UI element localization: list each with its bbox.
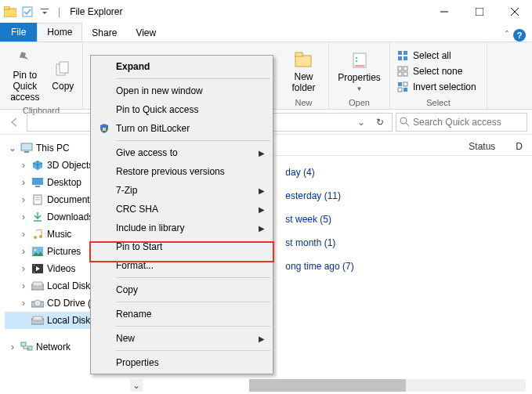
chevron-right-icon[interactable]: › xyxy=(19,229,28,240)
nav-scroll-down[interactable]: ⌄ xyxy=(130,379,143,392)
tab-share[interactable]: Share xyxy=(82,24,126,42)
svg-point-27 xyxy=(400,117,407,124)
menu-properties[interactable]: Properties xyxy=(92,353,271,372)
menu-restore-versions[interactable]: Restore previous versions xyxy=(92,162,271,181)
drive-icon xyxy=(31,313,45,327)
svg-rect-10 xyxy=(295,56,311,67)
svg-rect-29 xyxy=(21,143,32,150)
chevron-right-icon[interactable]: › xyxy=(8,342,17,352)
downloads-icon xyxy=(31,210,45,224)
svg-line-28 xyxy=(406,123,409,126)
menu-new[interactable]: New▶ xyxy=(92,329,271,348)
svg-point-40 xyxy=(34,249,37,251)
chevron-right-icon[interactable]: › xyxy=(19,298,28,309)
svg-rect-23 xyxy=(398,82,402,86)
tab-file[interactable]: File xyxy=(0,23,37,42)
horizontal-scrollbar[interactable] xyxy=(249,379,526,392)
app-icon xyxy=(3,5,17,19)
objects3d-icon xyxy=(31,158,45,172)
header-date[interactable]: D xyxy=(516,141,532,152)
qat-dropdown-icon[interactable] xyxy=(38,5,52,19)
invert-selection-icon xyxy=(396,81,409,93)
menu-expand[interactable]: Expand xyxy=(92,57,271,76)
menu-format[interactable]: Format... xyxy=(92,256,271,275)
tab-view[interactable]: View xyxy=(126,24,165,42)
back-button[interactable] xyxy=(5,113,24,132)
svg-rect-5 xyxy=(476,8,483,16)
menu-include-library[interactable]: Include in library▶ xyxy=(92,219,271,237)
copy-icon xyxy=(52,58,74,80)
submenu-arrow-icon: ▶ xyxy=(259,186,265,195)
invert-selection-button[interactable]: Invert selection xyxy=(395,80,478,94)
chevron-right-icon[interactable]: › xyxy=(19,211,28,222)
close-button[interactable] xyxy=(497,0,532,23)
svg-rect-45 xyxy=(33,282,42,286)
menu-pin-quick-access[interactable]: Pin to Quick access xyxy=(92,100,271,119)
select-none-button[interactable]: Select none xyxy=(395,64,478,78)
pc-icon xyxy=(20,141,34,155)
music-icon xyxy=(31,227,45,241)
tab-home[interactable]: Home xyxy=(37,23,82,42)
menu-bitlocker[interactable]: Turn on BitLocker xyxy=(92,119,271,138)
chevron-right-icon[interactable]: › xyxy=(19,194,28,205)
search-box[interactable]: Search Quick access xyxy=(396,113,527,132)
network-icon xyxy=(20,340,34,354)
svg-rect-20 xyxy=(404,67,407,70)
menu-pin-start[interactable]: Pin to Start xyxy=(92,237,271,256)
chevron-right-icon[interactable]: › xyxy=(19,246,28,257)
pin-to-quick-access-button[interactable]: Pin to Quick access xyxy=(5,44,45,106)
group-label-open: Open xyxy=(334,98,385,109)
menu-7zip[interactable]: 7-Zip▶ xyxy=(92,181,271,200)
pin-icon xyxy=(14,47,36,69)
chevron-down-icon[interactable]: ⌄ xyxy=(8,143,17,154)
group-label-new: New xyxy=(284,98,324,109)
select-none-icon xyxy=(396,65,409,78)
menu-copy[interactable]: Copy xyxy=(92,280,271,299)
svg-rect-15 xyxy=(398,51,402,55)
help-icon[interactable]: ? xyxy=(513,29,526,42)
svg-rect-42 xyxy=(34,265,34,266)
menu-give-access[interactable]: Give access to▶ xyxy=(92,143,271,162)
chevron-right-icon[interactable]: › xyxy=(19,177,28,188)
properties-button[interactable]: Properties ▼ xyxy=(334,46,385,96)
menu-open-new-window[interactable]: Open in new window xyxy=(92,81,271,100)
menu-crc-sha[interactable]: CRC SHA▶ xyxy=(92,200,271,219)
qat-checkbox-icon[interactable] xyxy=(20,5,34,19)
svg-point-47 xyxy=(34,300,41,306)
svg-rect-21 xyxy=(398,72,402,76)
minimize-button[interactable] xyxy=(426,0,461,23)
dropdown-icon: ▼ xyxy=(356,85,363,92)
maximize-button[interactable] xyxy=(461,0,497,23)
new-folder-icon xyxy=(293,49,315,70)
pictures-icon xyxy=(31,244,45,258)
svg-rect-16 xyxy=(404,51,407,55)
new-folder-button[interactable]: New folder xyxy=(284,45,324,97)
svg-rect-32 xyxy=(35,186,40,187)
select-all-button[interactable]: Select all xyxy=(395,49,478,63)
documents-icon xyxy=(31,193,45,207)
svg-rect-25 xyxy=(398,88,402,92)
header-status[interactable]: Status xyxy=(469,141,516,152)
svg-rect-18 xyxy=(404,56,407,60)
refresh-icon[interactable]: ↻ xyxy=(371,117,389,128)
address-dropdown-icon[interactable]: ⌄ xyxy=(353,117,370,128)
properties-icon xyxy=(349,49,371,71)
svg-rect-1 xyxy=(4,6,9,9)
ribbon-collapse-icon[interactable]: ˆ xyxy=(505,30,508,41)
submenu-arrow-icon: ▶ xyxy=(259,334,265,343)
svg-rect-3 xyxy=(41,9,49,9)
svg-rect-50 xyxy=(21,342,26,346)
copy-button[interactable]: Copy xyxy=(49,55,78,96)
menu-rename[interactable]: Rename xyxy=(92,305,271,324)
search-icon xyxy=(400,117,410,127)
chevron-right-icon[interactable]: › xyxy=(19,160,28,171)
svg-rect-22 xyxy=(404,72,407,76)
svg-rect-12 xyxy=(353,53,366,67)
svg-rect-43 xyxy=(34,272,34,273)
svg-point-37 xyxy=(34,236,37,239)
svg-rect-0 xyxy=(4,9,16,17)
chevron-right-icon[interactable]: › xyxy=(19,280,28,291)
drive-icon xyxy=(31,279,45,293)
chevron-right-icon[interactable]: › xyxy=(19,263,28,274)
select-all-icon xyxy=(396,49,409,62)
